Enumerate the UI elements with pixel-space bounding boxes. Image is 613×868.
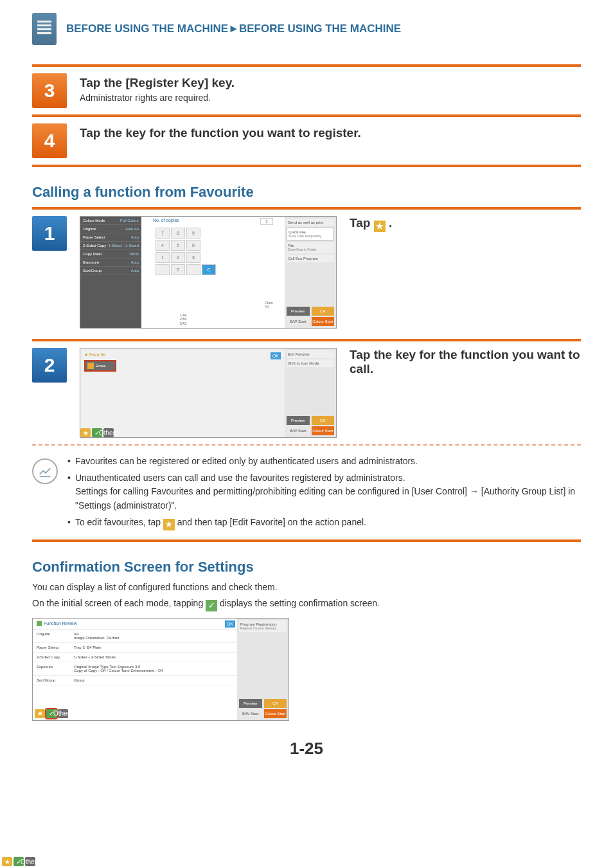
numeric-keypad[interactable]: 789 456 123 0C bbox=[154, 226, 217, 276]
preview-button[interactable]: Preview bbox=[239, 699, 262, 708]
ca-button[interactable]: CA bbox=[264, 699, 287, 708]
screenshot-copy-screen: Colour ModeFull Colour OriginalAuto A4 P… bbox=[80, 216, 337, 329]
colour-start-button[interactable]: Colour Start bbox=[312, 426, 335, 435]
section-confirm-title: Confirmation Screen for Settings bbox=[32, 559, 581, 575]
step-4: 4 Tap the key for the function you want … bbox=[32, 123, 581, 158]
step-number-2: 2 bbox=[32, 348, 67, 383]
ok-button[interactable]: OK bbox=[225, 620, 235, 628]
divider bbox=[32, 207, 581, 210]
step-3: 3 Tap the [Register Key] key. Administra… bbox=[32, 73, 581, 108]
bw-start-button[interactable]: B/W Start bbox=[287, 317, 310, 326]
others-button[interactable]: Others bbox=[58, 709, 68, 718]
colour-start-button[interactable]: Colour Start bbox=[312, 317, 335, 326]
favourite-star-icon[interactable]: ★ bbox=[35, 709, 45, 718]
breadcrumb: BEFORE USING THE MACHINE►BEFORE USING TH… bbox=[66, 23, 401, 35]
divider bbox=[32, 539, 581, 542]
page-header: BEFORE USING THE MACHINE►BEFORE USING TH… bbox=[32, 13, 581, 45]
check-icon: ✓ bbox=[206, 600, 217, 611]
favourite-star-icon[interactable]: ★ bbox=[80, 428, 91, 437]
confirm-body-2: On the initial screen of each mode, tapp… bbox=[32, 597, 581, 611]
confirm-body-1: You can display a list of configured fun… bbox=[32, 581, 581, 594]
note-icon bbox=[32, 458, 58, 484]
divider bbox=[32, 339, 581, 341]
screenshot-function-review: Function Review OK OriginalA4Image Orien… bbox=[32, 618, 289, 721]
divider bbox=[32, 114, 581, 117]
others-button[interactable]: Others bbox=[103, 428, 114, 437]
ca-button[interactable]: CA bbox=[312, 307, 335, 316]
step-number-1: 1 bbox=[32, 216, 67, 251]
note-bullet-1: Favourites can be registered or edited o… bbox=[75, 455, 418, 469]
divider bbox=[32, 165, 581, 167]
divider bbox=[32, 64, 581, 67]
header-icon bbox=[32, 13, 57, 45]
note-bullet-2: Unauthenticated users can call and use t… bbox=[75, 471, 581, 513]
star-icon: ★ bbox=[163, 519, 175, 530]
erase-favorite-key[interactable]: Erase bbox=[84, 360, 116, 372]
screenshot-favorite-screen: ★ Favorite Erase OK ★ ✓ Others Edit Favo… bbox=[80, 348, 337, 438]
call-step-2: 2 ★ Favorite Erase OK ★ ✓ Others Edit Fa… bbox=[32, 348, 581, 438]
step3-title: Tap the [Register Key] key. bbox=[80, 76, 581, 90]
ca-button[interactable]: CA bbox=[312, 416, 335, 425]
section-calling-title: Calling a function from Favourite bbox=[32, 184, 581, 201]
star-icon: ★ bbox=[374, 221, 386, 232]
ok-button[interactable]: OK bbox=[271, 352, 281, 359]
step-number-3: 3 bbox=[32, 73, 67, 108]
notes-block: Favourites can be registered or edited o… bbox=[32, 455, 581, 533]
bw-start-button[interactable]: B/W Start bbox=[239, 709, 262, 718]
dashed-divider bbox=[32, 444, 581, 446]
step4-title: Tap the key for the function you want to… bbox=[80, 126, 581, 140]
preview-button[interactable]: Preview bbox=[287, 416, 310, 425]
call-step-1: 1 Colour ModeFull Colour OriginalAuto A4… bbox=[32, 216, 581, 329]
call-step2-instruction: Tap the key for the function you want to… bbox=[350, 348, 581, 376]
step3-subtitle: Administrator rights are required. bbox=[80, 93, 581, 103]
colour-start-button[interactable]: Colour Start bbox=[264, 709, 287, 718]
page-number: 1-25 bbox=[32, 739, 581, 759]
preview-button[interactable]: Preview bbox=[287, 307, 310, 316]
step-number-4: 4 bbox=[32, 123, 67, 158]
bw-start-button[interactable]: B/W Start bbox=[287, 426, 310, 435]
call-step1-instruction: Tap ★ . bbox=[350, 216, 581, 232]
note-bullet-3: To edit favourites, tap ★ and then tap [… bbox=[75, 516, 366, 530]
